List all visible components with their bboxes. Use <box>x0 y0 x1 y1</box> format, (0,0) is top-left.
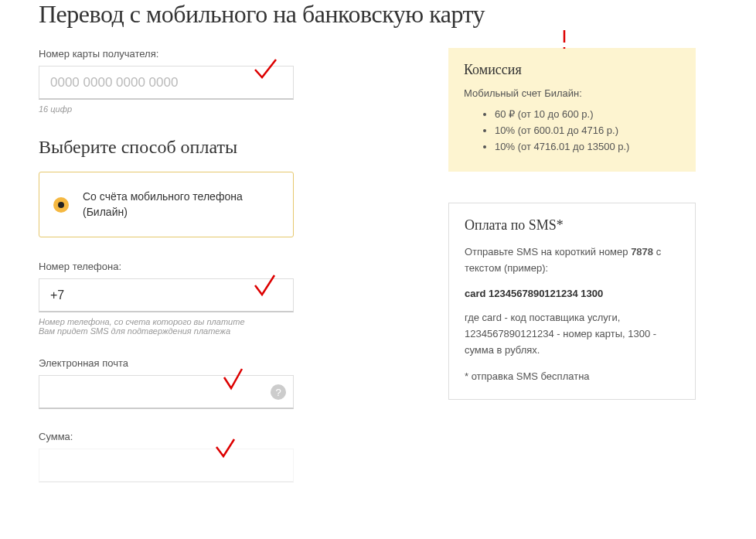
commission-item: 10% (от 600.01 до 4716 р.) <box>495 123 680 139</box>
phone-input[interactable] <box>39 278 294 312</box>
commission-item: 10% (от 4716.01 до 13500 р.) <box>495 139 680 155</box>
email-input[interactable] <box>39 375 294 409</box>
commission-title: Комиссия <box>464 62 680 78</box>
amount-label: Сумма: <box>39 431 425 442</box>
sms-note: * отправка SMS бесплатна <box>465 369 679 385</box>
help-icon[interactable]: ? <box>271 384 286 400</box>
sms-panel: Оплата по SMS* Отправьте SMS на короткий… <box>448 203 696 400</box>
card-label: Номер карты получателя: <box>39 48 425 60</box>
page-title: Перевод с мобильного на банковскую карту <box>39 0 717 29</box>
card-hint: 16 цифр <box>39 104 425 114</box>
commission-item: 60 ₽ (от 10 до 600 р.) <box>495 107 680 123</box>
phone-label: Номер телефона: <box>39 261 425 272</box>
email-label: Электронная почта <box>39 357 425 369</box>
sms-explain: где card - код поставщика услуги, 123456… <box>465 310 679 358</box>
radio-selected-icon <box>53 197 69 213</box>
sms-intro: Отправьте SMS на короткий номер 7878 с т… <box>465 244 679 277</box>
payment-method-option[interactable]: Со счёта мобильного телефона (Билайн) <box>39 172 294 237</box>
payment-method-label: Со счёта мобильного телефона (Билайн) <box>83 189 279 220</box>
phone-hint: Номер телефона, со счета которого вы пла… <box>39 317 425 336</box>
sms-title: Оплата по SMS* <box>465 217 679 234</box>
payment-method-title: Выберите способ оплаты <box>39 137 425 158</box>
commission-subtitle: Мобильный счет Билайн: <box>464 87 680 99</box>
commission-list: 60 ₽ (от 10 до 600 р.) 10% (от 600.01 до… <box>464 107 680 155</box>
sms-example: card 1234567890121234 1300 <box>465 288 679 299</box>
card-number-input[interactable] <box>39 66 294 100</box>
amount-input[interactable] <box>39 449 294 483</box>
commission-panel: Комиссия Мобильный счет Билайн: 60 ₽ (от… <box>448 48 696 172</box>
